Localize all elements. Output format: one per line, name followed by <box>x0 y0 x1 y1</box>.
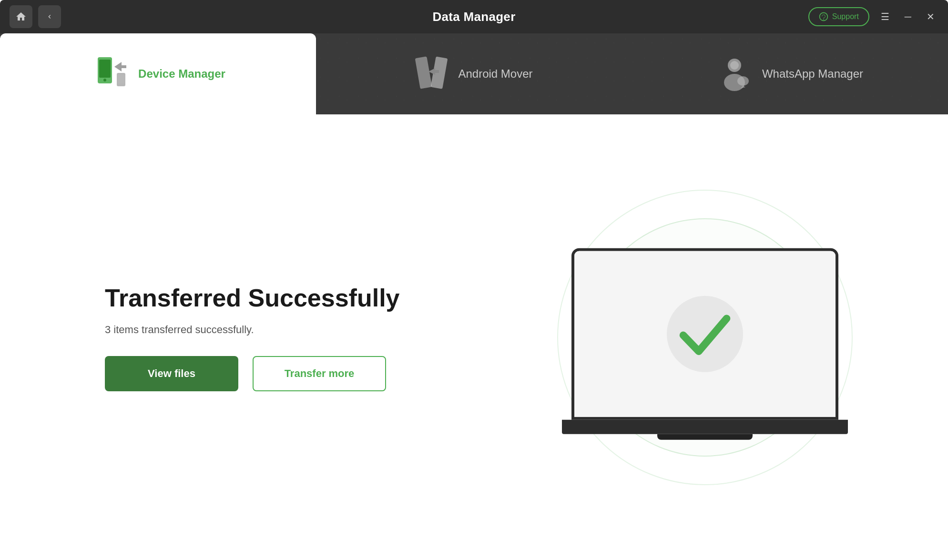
laptop-screen-inner <box>574 251 836 417</box>
success-subtitle: 3 items transferred successfully. <box>105 324 400 336</box>
home-icon <box>15 11 27 22</box>
svg-point-2 <box>103 79 106 81</box>
tab-whatsapp-manager-label: WhatsApp Manager <box>762 67 863 81</box>
transfer-more-button[interactable]: Transfer more <box>253 356 386 391</box>
svg-rect-5 <box>415 56 432 89</box>
device-manager-icon <box>91 55 129 93</box>
svg-point-10 <box>737 76 749 86</box>
tab-android-mover[interactable]: Android Mover <box>316 33 632 114</box>
laptop-base <box>562 419 848 434</box>
support-label: Support <box>832 12 859 21</box>
title-bar: Data Manager Support ☰ ─ ✕ <box>0 0 948 33</box>
support-button[interactable]: Support <box>808 7 869 26</box>
title-bar-left <box>10 5 61 28</box>
nav-tabs: Device Manager Android Mover <box>0 33 948 114</box>
success-title: Transferred Successfully <box>105 283 400 313</box>
svg-rect-4 <box>118 75 124 83</box>
app-title: Data Manager <box>432 10 515 24</box>
success-illustration <box>538 175 872 499</box>
main-content: Transferred Successfully 3 items transfe… <box>0 114 948 560</box>
laptop-container <box>571 248 838 434</box>
tab-whatsapp-manager[interactable]: WhatsApp Manager <box>632 33 948 114</box>
checkmark-icon <box>674 303 736 365</box>
android-mover-icon <box>415 55 449 93</box>
back-icon <box>46 13 53 20</box>
home-button[interactable] <box>10 5 32 28</box>
title-bar-center: Data Manager <box>432 10 515 24</box>
tab-device-manager[interactable]: Device Manager <box>0 33 316 114</box>
action-buttons: View files Transfer more <box>105 356 400 391</box>
app-window: Data Manager Support ☰ ─ ✕ <box>0 0 948 560</box>
whatsapp-manager-icon <box>717 55 753 93</box>
view-files-button[interactable]: View files <box>105 356 238 391</box>
support-icon <box>819 12 828 21</box>
svg-point-9 <box>730 61 739 70</box>
svg-rect-1 <box>99 60 111 78</box>
laptop-screen <box>571 248 838 419</box>
left-content: Transferred Successfully 3 items transfe… <box>105 283 400 391</box>
close-button[interactable]: ✕ <box>923 9 938 24</box>
tab-android-mover-label: Android Mover <box>458 67 532 81</box>
title-bar-right: Support ☰ ─ ✕ <box>808 7 938 26</box>
tab-device-manager-label: Device Manager <box>138 67 225 81</box>
back-button[interactable] <box>38 5 61 28</box>
minimize-button[interactable]: ─ <box>901 10 915 24</box>
checkmark-container <box>657 286 753 381</box>
menu-button[interactable]: ☰ <box>877 9 893 24</box>
